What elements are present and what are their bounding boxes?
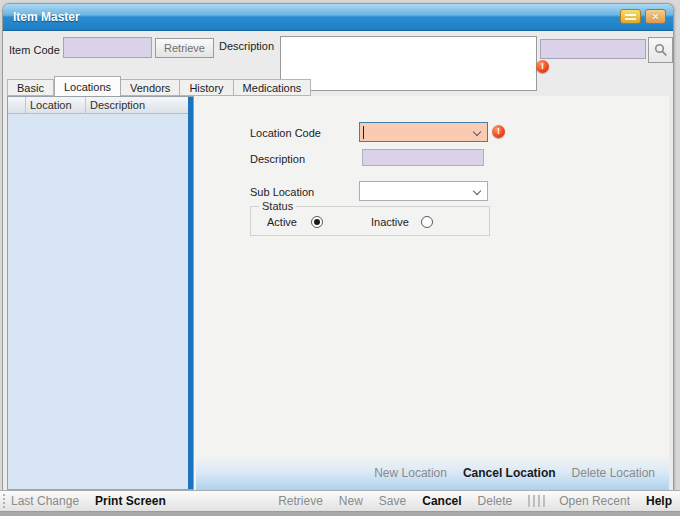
separator [528, 495, 545, 507]
status-groupbox: Status Active Inactive [250, 206, 490, 236]
location-code-combo[interactable] [359, 122, 488, 142]
bottom-edge [0, 512, 680, 516]
tab-history[interactable]: History [180, 79, 233, 96]
magnifier-icon [654, 43, 668, 57]
print-screen-command[interactable]: Print Screen [95, 494, 166, 508]
grid-header: Location Description [8, 97, 188, 114]
new-location-link[interactable]: New Location [374, 466, 447, 480]
delete-command[interactable]: Delete [478, 494, 513, 508]
search-button[interactable] [648, 37, 673, 63]
delete-location-link[interactable]: Delete Location [572, 466, 655, 480]
lookup-error-icon: ! [536, 60, 549, 73]
grid-header-description[interactable]: Description [86, 97, 188, 113]
minimize-icon [625, 14, 636, 16]
item-code-input[interactable] [63, 37, 152, 58]
location-code-label: Location Code [250, 127, 321, 139]
tab-strip: Basic Locations Vendors History Medicati… [7, 76, 311, 96]
location-code-error-icon: ! [492, 125, 505, 138]
help-command[interactable]: Help [646, 494, 672, 508]
cancel-location-link[interactable]: Cancel Location [463, 466, 556, 480]
titlebar[interactable]: Item Master ✕ [3, 4, 673, 31]
item-code-label: Item Code [9, 44, 60, 56]
form-description-input[interactable] [362, 149, 484, 166]
open-recent-command[interactable]: Open Recent [559, 494, 630, 508]
screen: Item Master ✕ Item Code Retrieve Descrip… [0, 0, 680, 516]
location-form-panel: Location Code ! Description Sub Location… [196, 96, 669, 490]
tab-locations[interactable]: Locations [54, 76, 121, 96]
description-label: Description [219, 40, 274, 52]
form-description-label: Description [250, 153, 305, 165]
sub-location-label: Sub Location [250, 186, 314, 198]
locations-grid[interactable]: Location Description [7, 96, 194, 490]
new-command[interactable]: New [339, 494, 363, 508]
active-radio[interactable] [311, 216, 323, 228]
tab-medications[interactable]: Medications [234, 79, 312, 96]
grid-header-selector [8, 97, 26, 113]
status-bar: Last Change Print Screen Retrieve New Sa… [0, 490, 680, 512]
window-controls: ✕ [620, 9, 666, 24]
active-label: Active [267, 216, 297, 228]
cancel-command[interactable]: Cancel [422, 494, 461, 508]
grid-scrollbar[interactable] [188, 97, 193, 489]
save-command[interactable]: Save [379, 494, 406, 508]
status-group-label: Status [259, 200, 296, 212]
description-textarea[interactable] [280, 36, 537, 91]
grid-header-location[interactable]: Location [26, 97, 86, 113]
lookup-input[interactable] [540, 39, 646, 59]
chevron-down-icon [473, 187, 481, 195]
close-button[interactable]: ✕ [645, 9, 666, 24]
chevron-down-icon [473, 128, 481, 136]
last-change-command[interactable]: Last Change [11, 494, 79, 508]
retrieve-button[interactable]: Retrieve [155, 38, 214, 58]
inactive-label: Inactive [371, 216, 409, 228]
minimize-button[interactable] [620, 9, 641, 24]
grip-icon [3, 494, 5, 508]
locations-tab-page: Location Description Location Code ! Des… [7, 96, 669, 490]
item-master-window: Item Master ✕ Item Code Retrieve Descrip… [2, 3, 674, 490]
inactive-radio[interactable] [421, 216, 433, 228]
retrieve-command[interactable]: Retrieve [278, 494, 323, 508]
sub-location-combo[interactable] [359, 181, 488, 201]
window-title: Item Master [13, 10, 80, 24]
tab-vendors[interactable]: Vendors [121, 79, 180, 96]
location-action-strip: New Location Cancel Location Delete Loca… [196, 456, 669, 490]
tab-basic[interactable]: Basic [7, 79, 54, 96]
